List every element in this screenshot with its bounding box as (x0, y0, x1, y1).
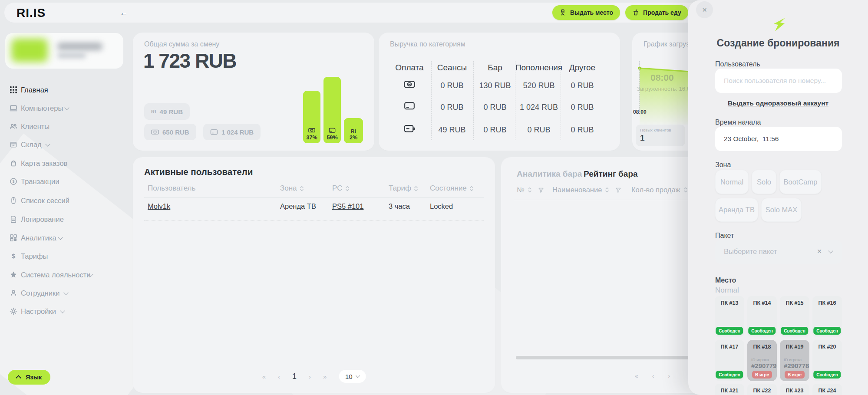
cell-value: 0 RUB (483, 125, 506, 135)
next-page-button[interactable]: › (668, 372, 670, 379)
card-share-bar[interactable]: 59% (323, 77, 341, 143)
sort-icon[interactable] (469, 186, 474, 191)
start-time-input[interactable] (715, 127, 842, 151)
sidebar-item-transactions[interactable]: $ Транзакции (0, 176, 129, 187)
close-panel-button[interactable]: ✕ (696, 1, 713, 18)
column-header-tariff[interactable]: Тариф (389, 184, 418, 193)
profile-sub-blurred (57, 53, 86, 58)
filter-icon[interactable] (538, 188, 544, 193)
sell-food-button[interactable]: Продать еду (625, 5, 688, 20)
sort-icon[interactable] (414, 186, 418, 191)
user-link[interactable]: Molv1k (148, 202, 170, 211)
filter-icon[interactable] (616, 188, 621, 193)
seat-pc-23[interactable]: ПК #23 (780, 384, 809, 395)
column-header-sales-count[interactable]: Кол-во продаж (631, 186, 688, 194)
column-header-state[interactable]: Состояние (430, 184, 474, 193)
zone-button-solo[interactable]: Solo (752, 170, 776, 194)
lightning-bolt-icon (773, 18, 785, 33)
zone-button-normal[interactable]: Normal (715, 170, 749, 194)
sidebar-item-orders-map[interactable]: Карта заказов (0, 158, 129, 169)
next-page-button[interactable]: › (309, 373, 311, 380)
start-time-label: Время начала (715, 118, 761, 126)
shift-total-value: 1 723 RUB (143, 49, 236, 72)
cash-share-bar[interactable]: 37% (303, 91, 320, 143)
sidebar-item-warehouse[interactable]: Склад (0, 139, 129, 150)
column-header-number[interactable]: № (517, 186, 544, 194)
column-header-pc[interactable]: PC (332, 184, 350, 193)
users-icon (10, 122, 17, 130)
back-button[interactable]: ← (118, 7, 129, 19)
sidebar-item-computers[interactable]: Компьютеры (0, 102, 129, 114)
seat-pc-19[interactable]: ПК #19 ID игрока #290778 В игре (780, 340, 809, 381)
seat-pc-24[interactable]: ПК #24 (812, 384, 842, 395)
sidebar-item-label: Сотрудники (21, 289, 59, 297)
card-title: Выручка по категориям (390, 40, 465, 48)
zone-button-solo-max[interactable]: Solo MAX (761, 198, 802, 222)
sidebar-item-logging[interactable]: Логирование (0, 214, 129, 225)
sort-icon[interactable] (528, 187, 532, 193)
first-page-button[interactable]: « (635, 372, 638, 379)
sidebar-item-settings[interactable]: Настройки (0, 306, 129, 317)
seat-pc-15[interactable]: ПК #15 Свободен (780, 296, 809, 337)
chip-value: 650 RUB (162, 128, 189, 136)
dollar-icon: $ (10, 252, 17, 260)
seat-pc-20[interactable]: ПК #20 Свободен (812, 340, 842, 381)
coin-icon: $ (10, 178, 17, 185)
seat-pc-14[interactable]: ПК #14 Свободен (747, 296, 777, 337)
seat-pc-16[interactable]: ПК #16 Свободен (812, 296, 842, 337)
page-size-select[interactable]: 10 (339, 370, 366, 383)
sidebar-item-analytics[interactable]: Аналитика (0, 232, 129, 244)
rating-pagination: « ‹ › (635, 372, 670, 379)
seat-pc-17[interactable]: ПК #17 Свободен (715, 340, 744, 381)
player-id: #290779 (751, 362, 776, 369)
tab-bar-rating[interactable]: Рейтинг бара (584, 169, 638, 179)
user-search-input[interactable] (715, 69, 842, 93)
shift-total-card: Общая сумма за смену 1 723 RUB RI 49 RUB… (133, 33, 374, 151)
package-select[interactable]: Выберите пакет ✕ (715, 240, 842, 264)
sidebar-item-tariffs[interactable]: $ Тарифы (0, 250, 129, 262)
column-header-name[interactable]: Наименование (552, 186, 621, 194)
sort-icon[interactable] (605, 187, 609, 193)
profile-card[interactable] (5, 33, 123, 69)
person-icon (10, 289, 17, 297)
last-page-button[interactable]: » (323, 373, 327, 380)
issue-seat-button[interactable]: Выдать место (552, 5, 620, 20)
first-page-button[interactable]: « (262, 373, 266, 380)
cell-value: 0 RUB (527, 125, 550, 135)
pc-link[interactable]: PS5 #101 (332, 202, 363, 211)
seat-pc-22[interactable]: ПК #22 (747, 384, 777, 395)
prev-page-button[interactable]: ‹ (652, 372, 654, 379)
sidebar-item-loyalty[interactable]: Система лояльности (0, 269, 129, 280)
sidebar-item-home[interactable]: Главная (0, 84, 129, 95)
sidebar-item-employees[interactable]: Сотрудники (0, 287, 129, 299)
sidebar-item-label: Тарифы (21, 252, 48, 260)
sidebar-item-sessions[interactable]: Список сессий (0, 195, 129, 206)
column-divider (473, 61, 474, 140)
seat-pc-21[interactable]: ПК #21 (715, 384, 744, 395)
chevron-down-icon (356, 374, 360, 378)
zone-button-tv-rent[interactable]: Аренда ТВ (715, 198, 758, 222)
sort-icon[interactable] (683, 187, 688, 193)
food-bag-icon (10, 159, 17, 167)
stat-value: 1 (640, 133, 645, 143)
cell-value: 0 RUB (483, 103, 506, 112)
cash-icon (308, 127, 315, 134)
sidebar-item-clients[interactable]: Клиенты (0, 121, 129, 132)
zone-button-bootcamp[interactable]: BootCamp (779, 170, 822, 194)
profile-avatar-blurred (11, 39, 48, 62)
sort-icon[interactable] (345, 186, 350, 191)
column-header: Пополнения (515, 63, 562, 72)
prev-page-button[interactable]: ‹ (278, 373, 280, 380)
seat-pc-13[interactable]: ПК #13 Свободен (715, 296, 744, 337)
seat-grid: ПК #13 Свободен ПК #14 Свободен ПК #15 С… (715, 296, 842, 395)
bar-percent: 2% (350, 135, 357, 141)
column-header-zone[interactable]: Зона (280, 184, 304, 193)
bonus-share-bar[interactable]: RI 2% (344, 118, 363, 143)
one-time-account-link[interactable]: Выдать одноразовый аккаунт (688, 99, 868, 107)
language-button[interactable]: Язык (8, 370, 50, 385)
sort-icon[interactable] (300, 186, 304, 191)
seat-pc-18[interactable]: ПК #18 ID игрока #290779 В игре (747, 340, 777, 381)
clear-icon[interactable]: ✕ (817, 248, 822, 255)
chevron-down-icon (828, 248, 833, 253)
tab-bar-analytics[interactable]: Аналитика бара (517, 169, 582, 179)
